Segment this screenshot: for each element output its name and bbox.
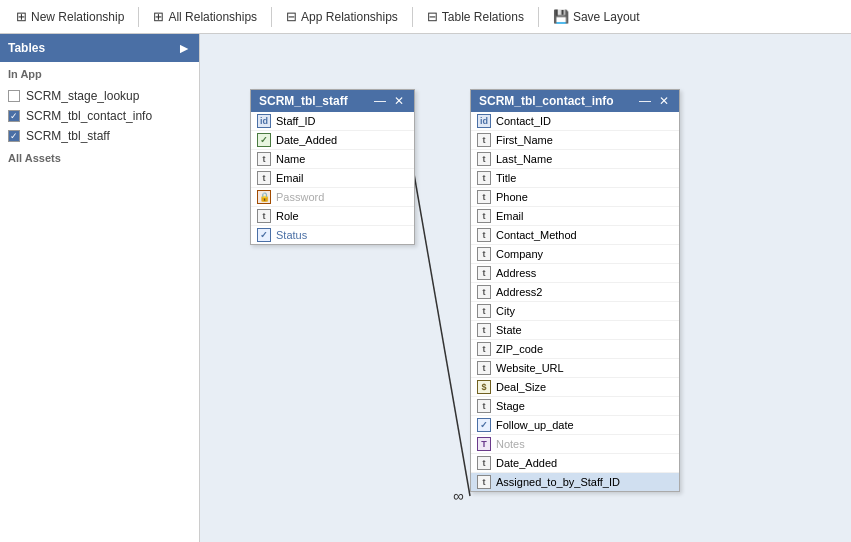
field-name-followup: Follow_up_date bbox=[496, 419, 574, 431]
table-contact-field-firstname[interactable]: t First_Name bbox=[471, 131, 679, 150]
field-name-staffid: Staff_ID bbox=[276, 115, 316, 127]
save-layout-button[interactable]: 💾 Save Layout bbox=[545, 5, 648, 28]
all-relationships-label: All Relationships bbox=[168, 10, 257, 24]
sidebar-item-contact-info[interactable]: ✓ SCRM_tbl_contact_info bbox=[0, 106, 199, 126]
table-staff-field-role[interactable]: t Role bbox=[251, 207, 414, 226]
sidebar-label-stage-lookup: SCRM_stage_lookup bbox=[26, 89, 139, 103]
table-contact-field-assignedto[interactable]: t Assigned_to_by_Staff_ID bbox=[471, 473, 679, 491]
table-contact-field-address2[interactable]: t Address2 bbox=[471, 283, 679, 302]
sidebar-label-staff: SCRM_tbl_staff bbox=[26, 129, 110, 143]
field-name-name: Name bbox=[276, 153, 305, 165]
table-staff-field-status[interactable]: ✓ Status bbox=[251, 226, 414, 244]
field-icon-check-followup: ✓ bbox=[477, 418, 491, 432]
sidebar-checkbox-staff[interactable]: ✓ bbox=[8, 130, 20, 142]
sidebar-title: Tables bbox=[8, 41, 45, 55]
field-name-contactid: Contact_ID bbox=[496, 115, 551, 127]
table-staff-controls: — ✕ bbox=[372, 94, 406, 108]
field-icon-text: t bbox=[257, 152, 271, 166]
field-name-website: Website_URL bbox=[496, 362, 564, 374]
field-name-dealsize: Deal_Size bbox=[496, 381, 546, 393]
field-icon-t-assigned: t bbox=[477, 475, 491, 489]
field-name-password: Password bbox=[276, 191, 324, 203]
field-name-zip: ZIP_code bbox=[496, 343, 543, 355]
sidebar-checkbox-stage-lookup[interactable] bbox=[8, 90, 20, 102]
table-relations-label: Table Relations bbox=[442, 10, 524, 24]
table-staff-title: SCRM_tbl_staff bbox=[259, 94, 348, 108]
field-icon-date: ✓ bbox=[257, 133, 271, 147]
table-contact-close[interactable]: ✕ bbox=[657, 94, 671, 108]
table-contact-field-stage[interactable]: t Stage bbox=[471, 397, 679, 416]
sidebar-section-all-assets: All Assets bbox=[0, 146, 199, 170]
field-icon-check-status: ✓ bbox=[257, 228, 271, 242]
table-contact-field-dateadded[interactable]: t Date_Added bbox=[471, 454, 679, 473]
table-contact-field-notes[interactable]: T Notes bbox=[471, 435, 679, 454]
field-icon-id: id bbox=[257, 114, 271, 128]
table-staff-close[interactable]: ✕ bbox=[392, 94, 406, 108]
table-contact-field-contactmethod[interactable]: t Contact_Method bbox=[471, 226, 679, 245]
field-icon-dollar: $ bbox=[477, 380, 491, 394]
field-icon-t-web: t bbox=[477, 361, 491, 375]
separator-1 bbox=[138, 7, 139, 27]
table-staff-field-dateadded[interactable]: ✓ Date_Added bbox=[251, 131, 414, 150]
separator-3 bbox=[412, 7, 413, 27]
table-contact-title: SCRM_tbl_contact_info bbox=[479, 94, 614, 108]
field-icon-t-da: t bbox=[477, 456, 491, 470]
table-contact-field-dealsize[interactable]: $ Deal_Size bbox=[471, 378, 679, 397]
field-name-cemail: Email bbox=[496, 210, 524, 222]
field-name-role: Role bbox=[276, 210, 299, 222]
field-icon-t-cm: t bbox=[477, 228, 491, 242]
table-staff-field-email[interactable]: t Email bbox=[251, 169, 414, 188]
save-layout-label: Save Layout bbox=[573, 10, 640, 24]
table-staff: SCRM_tbl_staff — ✕ id Staff_ID ✓ Date_Ad… bbox=[250, 89, 415, 245]
table-contact-field-title[interactable]: t Title bbox=[471, 169, 679, 188]
sidebar-item-stage-lookup[interactable]: SCRM_stage_lookup bbox=[0, 86, 199, 106]
field-name-state: State bbox=[496, 324, 522, 336]
sidebar-header: Tables ► bbox=[0, 34, 199, 62]
table-staff-minimize[interactable]: — bbox=[372, 94, 388, 108]
save-layout-icon: 💾 bbox=[553, 9, 569, 24]
new-relationship-button[interactable]: ⊞ New Relationship bbox=[8, 5, 132, 28]
table-contact-field-address[interactable]: t Address bbox=[471, 264, 679, 283]
table-contact-field-city[interactable]: t City bbox=[471, 302, 679, 321]
table-contact-field-phone[interactable]: t Phone bbox=[471, 188, 679, 207]
canvas[interactable]: ∞ SCRM_tbl_staff — ✕ id Staff_ID ✓ Date_… bbox=[200, 34, 851, 542]
field-icon-t-addr2: t bbox=[477, 285, 491, 299]
all-relationships-button[interactable]: ⊞ All Relationships bbox=[145, 5, 265, 28]
table-contact-minimize[interactable]: — bbox=[637, 94, 653, 108]
table-contact-field-zip[interactable]: t ZIP_code bbox=[471, 340, 679, 359]
sidebar: Tables ► In App SCRM_stage_lookup ✓ SCRM… bbox=[0, 34, 200, 542]
app-relationships-label: App Relationships bbox=[301, 10, 398, 24]
table-contact-field-email[interactable]: t Email bbox=[471, 207, 679, 226]
table-relations-button[interactable]: ⊟ Table Relations bbox=[419, 5, 532, 28]
field-icon-t-phone: t bbox=[477, 190, 491, 204]
table-staff-field-password[interactable]: 🔒 Password bbox=[251, 188, 414, 207]
table-staff-header[interactable]: SCRM_tbl_staff — ✕ bbox=[251, 90, 414, 112]
field-name-title: Title bbox=[496, 172, 516, 184]
table-contact-field-contactid[interactable]: id Contact_ID bbox=[471, 112, 679, 131]
table-contact: SCRM_tbl_contact_info — ✕ id Contact_ID … bbox=[470, 89, 680, 492]
table-contact-field-state[interactable]: t State bbox=[471, 321, 679, 340]
table-contact-field-company[interactable]: t Company bbox=[471, 245, 679, 264]
field-name-lastname: Last_Name bbox=[496, 153, 552, 165]
table-staff-field-name[interactable]: t Name bbox=[251, 150, 414, 169]
table-staff-field-staffid[interactable]: id Staff_ID bbox=[251, 112, 414, 131]
separator-4 bbox=[538, 7, 539, 27]
app-relationships-button[interactable]: ⊟ App Relationships bbox=[278, 5, 406, 28]
field-name-contactmethod: Contact_Method bbox=[496, 229, 577, 241]
field-icon-t-cemail: t bbox=[477, 209, 491, 223]
field-icon-text-email: t bbox=[257, 171, 271, 185]
sidebar-collapse-button[interactable]: ► bbox=[177, 40, 191, 56]
field-icon-id-contact: id bbox=[477, 114, 491, 128]
table-contact-field-lastname[interactable]: t Last_Name bbox=[471, 150, 679, 169]
field-icon-t-fn: t bbox=[477, 133, 491, 147]
table-contact-field-followup[interactable]: ✓ Follow_up_date bbox=[471, 416, 679, 435]
field-icon-lock: 🔒 bbox=[257, 190, 271, 204]
field-name-status: Status bbox=[276, 229, 307, 241]
table-contact-controls: — ✕ bbox=[637, 94, 671, 108]
sidebar-item-staff[interactable]: ✓ SCRM_tbl_staff bbox=[0, 126, 199, 146]
field-icon-memo: T bbox=[477, 437, 491, 451]
table-contact-header[interactable]: SCRM_tbl_contact_info — ✕ bbox=[471, 90, 679, 112]
main-layout: Tables ► In App SCRM_stage_lookup ✓ SCRM… bbox=[0, 34, 851, 542]
table-contact-field-website[interactable]: t Website_URL bbox=[471, 359, 679, 378]
sidebar-checkbox-contact-info[interactable]: ✓ bbox=[8, 110, 20, 122]
